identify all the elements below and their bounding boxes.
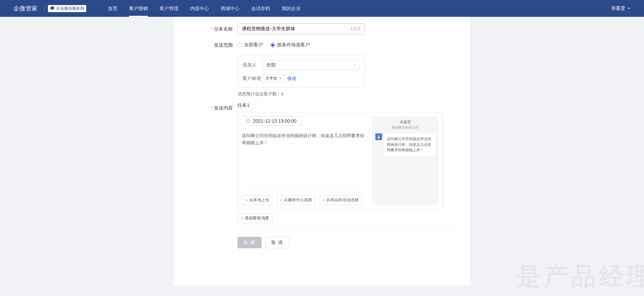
customer-tag-label: 客户标签: [243, 76, 263, 82]
nav-my-company[interactable]: 我的企业: [282, 0, 301, 17]
watermark: 是产品经理: [517, 260, 644, 286]
plus-icon: +: [246, 198, 248, 203]
create-button[interactable]: 新 建: [237, 237, 262, 248]
divider: [44, 5, 45, 11]
chat-icon: [50, 6, 55, 11]
filter-panel: 添加人 全部 客户标签 大学生 ✕ 修改: [237, 55, 365, 88]
nav-shop-center[interactable]: 商城中心: [221, 0, 239, 17]
upload-product-button[interactable]: + 从商品和活动选择: [319, 195, 362, 205]
divider: [237, 230, 457, 230]
chevron-down-icon: [354, 64, 356, 67]
task-title: 任务1: [237, 102, 457, 109]
add-group-message-button[interactable]: + 添加群发消息: [237, 213, 273, 223]
user-menu[interactable]: 张嘉雯: [611, 5, 631, 11]
add-person-select[interactable]: 全部: [263, 60, 360, 70]
preview-company: 职得教育有限公司: [375, 125, 435, 130]
clock-icon: [246, 119, 250, 123]
add-person-label: 添加人: [243, 62, 263, 68]
nav-customer-marketing[interactable]: 客户营销: [129, 0, 148, 17]
chevron-down-icon: [627, 7, 631, 10]
send-range-label: 发送范围: [187, 40, 237, 97]
radio-filter-customers[interactable]: 按条件筛选客户: [270, 42, 310, 48]
modify-tags-link[interactable]: 修改: [287, 76, 297, 82]
upload-local-button[interactable]: + 从本地上传: [242, 195, 273, 205]
nav-content-center[interactable]: 内容中心: [190, 0, 209, 17]
task-name-label: 任务名称: [187, 24, 237, 34]
avatar: [375, 133, 382, 140]
plus-icon: +: [241, 216, 244, 221]
preview-name: 张嘉雯: [375, 120, 435, 125]
nav-customer-manage[interactable]: 客户管理: [160, 0, 178, 17]
msg-count-row: 消息预计送达客户数：0: [237, 91, 457, 97]
plus-icon: +: [323, 198, 325, 203]
task-name-input[interactable]: [242, 26, 351, 32]
datetime-picker[interactable]: 2021-12-13 13:00:00: [242, 116, 302, 126]
char-count: 12/15: [351, 27, 361, 31]
user-name: 张嘉雯: [611, 5, 625, 11]
nav-session-archive[interactable]: 会话存档: [251, 0, 270, 17]
radio-all-customers[interactable]: 全部客户: [237, 42, 263, 48]
main-nav: 首页 客户营销 客户管理 内容中心 商城中心 会话存档 我的企业: [108, 0, 301, 17]
chat-preview: 张嘉雯 职得教育有限公司 这50家公司在招临近毕业的插画设计师，知道这几点招聘要…: [372, 116, 438, 205]
logo-text: 企微管家: [13, 4, 38, 12]
logo-badge: 企业微信服务商: [48, 5, 86, 12]
tag-remove-icon[interactable]: ✕: [279, 76, 282, 81]
nav-home[interactable]: 首页: [108, 0, 117, 17]
chat-bubble: 这50家公司在招临近毕业的插画设计师，知道这几点招聘要求你将稳稳上岸！: [384, 133, 435, 156]
plus-icon: +: [280, 198, 282, 203]
person-icon: [377, 135, 381, 139]
message-textarea[interactable]: [242, 130, 367, 190]
cancel-button[interactable]: 取 消: [265, 237, 290, 248]
customer-tag: 大学生 ✕: [263, 74, 284, 83]
send-content-label: 发送内容: [187, 102, 237, 248]
upload-material-button[interactable]: + 从素材中心选择: [276, 195, 316, 205]
